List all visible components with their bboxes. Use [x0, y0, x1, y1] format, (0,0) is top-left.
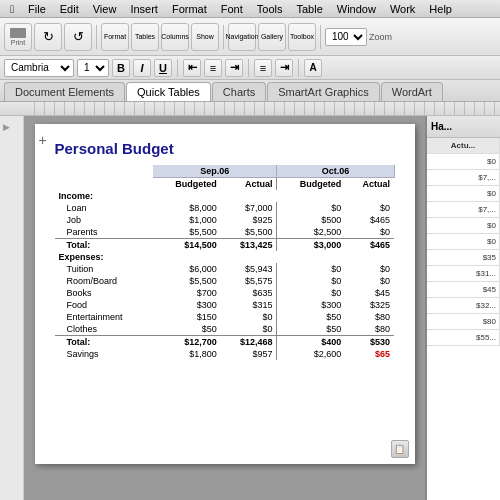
menubar-apple[interactable]: : [4, 2, 20, 16]
income-total-oct-actual: $465: [345, 239, 394, 252]
income-loan-oct-actual: $0: [345, 202, 394, 214]
grid-cell: $31...: [427, 266, 500, 281]
tab-quick-tables[interactable]: Quick Tables: [126, 82, 211, 101]
expense-tuition-oct-actual: $0: [345, 263, 394, 275]
income-parents-sep-budgeted: $5,500: [153, 226, 221, 239]
expense-roomboard-oct-actual: $0: [345, 275, 394, 287]
expenses-label: Expenses:: [55, 251, 395, 263]
indent-button[interactable]: ⇥: [275, 59, 293, 77]
align-right-button[interactable]: ⇥: [225, 59, 243, 77]
menubar-format[interactable]: Format: [166, 2, 213, 16]
expense-tuition-sep-budgeted: $6,000: [153, 263, 221, 275]
savings-sep-budgeted: $1,800: [153, 348, 221, 360]
spreadsheet-grid: Actu... $0 $7,... $0 $7,... $0 $0 $35 $3…: [427, 138, 500, 346]
color-button[interactable]: A: [304, 59, 322, 77]
italic-button[interactable]: I: [133, 59, 151, 77]
align-left-button[interactable]: ⇤: [183, 59, 201, 77]
expense-tuition-oct-budgeted: $0: [277, 263, 345, 275]
grid-cell: $0: [427, 154, 500, 169]
menubar-view[interactable]: View: [87, 2, 123, 16]
list-button[interactable]: ≡: [254, 59, 272, 77]
income-label: Income:: [55, 190, 395, 202]
tab-charts[interactable]: Charts: [212, 82, 266, 101]
add-icon[interactable]: +: [39, 132, 53, 146]
expense-books-sep-actual: $635: [221, 287, 277, 299]
savings-sep-actual: $957: [221, 348, 277, 360]
menubar-work[interactable]: Work: [384, 2, 421, 16]
list-item: $31...: [427, 266, 500, 282]
list-item: $7,...: [427, 202, 500, 218]
tab-document-elements[interactable]: Document Elements: [4, 82, 125, 101]
expense-entertainment-oct-budgeted: $50: [277, 311, 345, 323]
show-button[interactable]: Show: [191, 23, 219, 51]
expense-roomboard-label: Room/Board: [55, 275, 154, 287]
expense-tuition-label: Tuition: [55, 263, 154, 275]
redo-button[interactable]: ↺: [64, 23, 92, 51]
menubar-file[interactable]: File: [22, 2, 52, 16]
menubar:  File Edit View Insert Format Font Tool…: [0, 0, 500, 18]
menubar-tools[interactable]: Tools: [251, 2, 289, 16]
expenses-total-row: Total: $12,700 $12,468 $400 $530: [55, 336, 395, 349]
expense-roomboard-oct-budgeted: $0: [277, 275, 345, 287]
table-row: Clothes $50 $0 $50 $80: [55, 323, 395, 336]
grid-col-header: Actu...: [427, 138, 500, 153]
list-item: $0: [427, 218, 500, 234]
savings-oct-actual: $65: [345, 348, 394, 360]
doc-title: Personal Budget: [55, 140, 395, 157]
list-item: $35: [427, 250, 500, 266]
table-row: Room/Board $5,500 $5,575 $0 $0: [55, 275, 395, 287]
expense-food-sep-actual: $315: [221, 299, 277, 311]
tab-wordart[interactable]: WordArt: [381, 82, 443, 101]
ruler-content: [25, 102, 500, 115]
grid-cell: $7,...: [427, 170, 500, 185]
list-item: $7,...: [427, 170, 500, 186]
menubar-help[interactable]: Help: [423, 2, 458, 16]
tables-button[interactable]: Tables: [131, 23, 159, 51]
columns-button[interactable]: Columns: [161, 23, 189, 51]
format-button[interactable]: Format: [101, 23, 129, 51]
font-size-select[interactable]: 12: [77, 59, 109, 77]
income-loan-sep-actual: $7,000: [221, 202, 277, 214]
toolbox-button[interactable]: Toolbox: [288, 23, 316, 51]
savings-row: Savings $1,800 $957 $2,600 $65: [55, 348, 395, 360]
format-sep-1: [177, 59, 178, 77]
income-job-sep-actual: $925: [221, 214, 277, 226]
income-parents-oct-actual: $0: [345, 226, 394, 239]
income-loan-oct-budgeted: $0: [277, 202, 345, 214]
list-item: $0: [427, 154, 500, 170]
income-loan-sep-budgeted: $8,000: [153, 202, 221, 214]
menubar-font[interactable]: Font: [215, 2, 249, 16]
menubar-table[interactable]: Table: [290, 2, 328, 16]
savings-oct-budgeted: $2,600: [277, 348, 345, 360]
tab-smartart[interactable]: SmartArt Graphics: [267, 82, 379, 101]
income-total-oct-budgeted: $3,000: [277, 239, 345, 252]
expense-roomboard-sep-budgeted: $5,500: [153, 275, 221, 287]
table-row: Books $700 $635 $0 $45: [55, 287, 395, 299]
gallery-button[interactable]: Gallery: [258, 23, 286, 51]
align-center-button[interactable]: ≡: [204, 59, 222, 77]
left-gutter: ▶: [0, 116, 24, 500]
grid-cell: $0: [427, 186, 500, 201]
print-button[interactable]: Print: [4, 23, 32, 51]
grid-cell: $35: [427, 250, 500, 265]
sub-header-sep-budgeted: Budgeted: [153, 178, 221, 191]
sep06-header: Sep.06: [153, 165, 277, 178]
expense-clothes-label: Clothes: [55, 323, 154, 336]
zoom-select[interactable]: 100%: [325, 28, 367, 46]
underline-button[interactable]: U: [154, 59, 172, 77]
font-select[interactable]: Cambria: [4, 59, 74, 77]
page-icon[interactable]: 📋: [391, 440, 409, 458]
menubar-edit[interactable]: Edit: [54, 2, 85, 16]
menubar-window[interactable]: Window: [331, 2, 382, 16]
navigation-button[interactable]: Navigation: [228, 23, 256, 51]
expense-entertainment-sep-actual: $0: [221, 311, 277, 323]
table-row: Food $300 $315 $300 $325: [55, 299, 395, 311]
zoom-label: Zoom: [369, 32, 392, 42]
grid-cell: $7,...: [427, 202, 500, 217]
income-job-oct-actual: $465: [345, 214, 394, 226]
undo-button[interactable]: ↺: [34, 23, 62, 51]
expense-clothes-sep-budgeted: $50: [153, 323, 221, 336]
bold-button[interactable]: B: [112, 59, 130, 77]
menubar-insert[interactable]: Insert: [124, 2, 164, 16]
expense-entertainment-label: Entertainment: [55, 311, 154, 323]
